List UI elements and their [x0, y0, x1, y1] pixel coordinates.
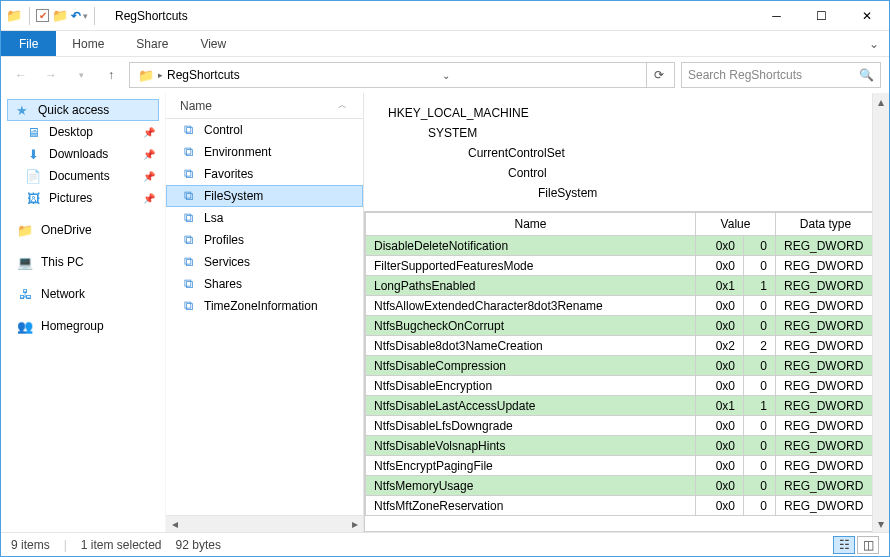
registry-row[interactable]: NtfsDisable8dot3NameCreation0x22REG_DWOR… — [366, 336, 876, 356]
tab-share[interactable]: Share — [120, 31, 184, 56]
recent-locations-icon[interactable]: ▾ — [69, 63, 93, 87]
registry-row[interactable]: FilterSupportedFeaturesMode0x00REG_DWORD — [366, 256, 876, 276]
file-name: Favorites — [204, 167, 253, 181]
forward-button[interactable]: → — [39, 63, 63, 87]
registry-row[interactable]: NtfsBugcheckOnCorrupt0x00REG_DWORD — [366, 316, 876, 336]
scroll-track[interactable] — [183, 516, 346, 532]
file-item[interactable]: ⧉Favorites — [166, 163, 363, 185]
registry-row[interactable]: NtfsMemoryUsage0x00REG_DWORD — [366, 476, 876, 496]
nav-downloads[interactable]: ⬇ Downloads 📌 — [1, 143, 165, 165]
tab-home[interactable]: Home — [56, 31, 120, 56]
tab-view[interactable]: View — [184, 31, 242, 56]
homegroup-icon: 👥 — [17, 318, 33, 334]
file-item[interactable]: ⧉FileSystem — [166, 185, 363, 207]
file-item[interactable]: ⧉Lsa — [166, 207, 363, 229]
registry-row[interactable]: NtfsAllowExtendedCharacter8dot3Rename0x0… — [366, 296, 876, 316]
registry-row[interactable]: NtfsDisableLfsDowngrade0x00REG_DWORD — [366, 416, 876, 436]
app-icon[interactable]: 📁 — [5, 7, 23, 25]
back-button[interactable]: ← — [9, 63, 33, 87]
minimize-button[interactable]: ─ — [754, 1, 799, 31]
registry-row[interactable]: NtfsDisableLastAccessUpdate0x11REG_DWORD — [366, 396, 876, 416]
file-name: Shares — [204, 277, 242, 291]
registry-row[interactable]: NtfsMftZoneReservation0x00REG_DWORD — [366, 496, 876, 516]
registry-row[interactable]: NtfsDisableCompression0x00REG_DWORD — [366, 356, 876, 376]
reg-hex: 0x0 — [696, 376, 744, 396]
scroll-left-icon[interactable]: ◂ — [166, 516, 183, 532]
status-selected: 1 item selected — [81, 538, 162, 552]
breadcrumb-label[interactable]: RegShortcuts — [167, 68, 240, 82]
desktop-icon: 🖥 — [25, 124, 41, 140]
reg-shortcut-icon: ⧉ — [180, 166, 196, 182]
nav-quick-access[interactable]: ★ Quick access — [7, 99, 159, 121]
reg-name: DisableDeleteNotification — [366, 236, 696, 256]
registry-row[interactable]: NtfsDisableEncryption0x00REG_DWORD — [366, 376, 876, 396]
col-value[interactable]: Value — [696, 213, 776, 236]
col-datatype[interactable]: Data type — [776, 213, 876, 236]
view-details-button[interactable]: ☷ — [833, 536, 855, 554]
reg-val: 0 — [744, 376, 776, 396]
reg-name: NtfsBugcheckOnCorrupt — [366, 316, 696, 336]
maximize-button[interactable]: ☐ — [799, 1, 844, 31]
col-name[interactable]: Name — [366, 213, 696, 236]
registry-row[interactable]: NtfsDisableVolsnapHints0x00REG_DWORD — [366, 436, 876, 456]
file-item[interactable]: ⧉TimeZoneInformation — [166, 295, 363, 317]
qat-newfolder-icon[interactable]: 📁 — [51, 7, 69, 25]
search-icon[interactable]: 🔍 — [859, 68, 874, 82]
scroll-thumb[interactable] — [873, 110, 889, 515]
file-item[interactable]: ⧉Services — [166, 251, 363, 273]
reg-hex: 0x0 — [696, 296, 744, 316]
reg-hex: 0x0 — [696, 416, 744, 436]
reg-hex: 0x0 — [696, 236, 744, 256]
nav-documents[interactable]: 📄 Documents 📌 — [1, 165, 165, 187]
nav-homegroup[interactable]: 👥 Homegroup — [1, 315, 165, 337]
address-dropdown-icon[interactable]: ⌄ — [438, 70, 454, 81]
registry-row[interactable]: LongPathsEnabled0x11REG_DWORD — [366, 276, 876, 296]
pin-icon: 📌 — [143, 127, 155, 138]
column-header-name[interactable]: Name ︿ — [166, 93, 363, 119]
view-icons-button[interactable]: ◫ — [857, 536, 879, 554]
file-item[interactable]: ⧉Environment — [166, 141, 363, 163]
file-list-pane: Name ︿ ⧉Control⧉Environment⧉Favorites⧉Fi… — [166, 93, 364, 532]
reg-val: 1 — [744, 276, 776, 296]
nav-thispc[interactable]: 💻 This PC — [1, 251, 165, 273]
registry-row[interactable]: DisableDeleteNotification0x00REG_DWORD — [366, 236, 876, 256]
nav-pictures[interactable]: 🖼 Pictures 📌 — [1, 187, 165, 209]
qat-properties-icon[interactable]: ✔ — [36, 9, 49, 22]
expand-ribbon-icon[interactable]: ⌄ — [859, 31, 889, 56]
scroll-down-icon[interactable]: ▾ — [873, 515, 889, 532]
reg-shortcut-icon: ⧉ — [180, 210, 196, 226]
undo-icon[interactable]: ↶ — [71, 9, 81, 23]
status-size: 92 bytes — [176, 538, 221, 552]
file-item[interactable]: ⧉Shares — [166, 273, 363, 295]
close-button[interactable]: ✕ — [844, 1, 889, 31]
file-tab[interactable]: File — [1, 31, 56, 56]
file-list[interactable]: ⧉Control⧉Environment⧉Favorites⧉FileSyste… — [166, 119, 363, 515]
vertical-scrollbar[interactable]: ▴ ▾ — [872, 93, 889, 532]
titlebar: 📁 ✔ 📁 ↶ ▾ RegShortcuts ─ ☐ ✕ — [1, 1, 889, 31]
search-input[interactable]: Search RegShortcuts 🔍 — [681, 62, 881, 88]
scroll-right-icon[interactable]: ▸ — [346, 516, 363, 532]
nav-desktop[interactable]: 🖥 Desktop 📌 — [1, 121, 165, 143]
reg-val: 0 — [744, 456, 776, 476]
scroll-up-icon[interactable]: ▴ — [873, 93, 889, 110]
up-button[interactable]: ↑ — [99, 63, 123, 87]
regpath-segment: SYSTEM — [388, 123, 865, 143]
breadcrumb[interactable]: 📁 ▸ RegShortcuts — [132, 63, 246, 87]
file-item[interactable]: ⧉Profiles — [166, 229, 363, 251]
nav-network[interactable]: 🖧 Network — [1, 283, 165, 305]
registry-row[interactable]: NtfsEncryptPagingFile0x00REG_DWORD — [366, 456, 876, 476]
refresh-button[interactable]: ⟳ — [646, 63, 672, 87]
reg-val: 1 — [744, 396, 776, 416]
reg-val: 0 — [744, 416, 776, 436]
chevron-right-icon[interactable]: ▸ — [158, 70, 163, 80]
qat-dropdown-icon[interactable]: ▾ — [83, 11, 88, 21]
regpath-segment: HKEY_LOCAL_MACHINE — [388, 103, 865, 123]
sort-indicator-icon: ︿ — [338, 99, 347, 112]
file-item[interactable]: ⧉Control — [166, 119, 363, 141]
file-name: TimeZoneInformation — [204, 299, 318, 313]
nav-onedrive[interactable]: 📁 OneDrive — [1, 219, 165, 241]
horizontal-scrollbar[interactable]: ◂ ▸ — [166, 515, 363, 532]
reg-hex: 0x0 — [696, 256, 744, 276]
reg-type: REG_DWORD — [776, 436, 876, 456]
address-bar[interactable]: 📁 ▸ RegShortcuts ⌄ ⟳ — [129, 62, 675, 88]
